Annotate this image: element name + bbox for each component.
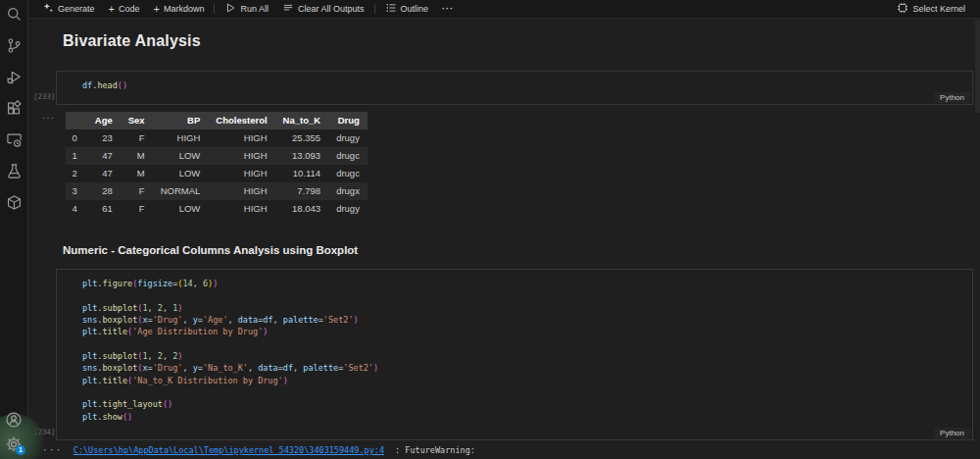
- cell-language-badge[interactable]: Python: [934, 428, 970, 438]
- table-cell: drugc: [328, 147, 368, 165]
- code-token: 'Set2': [343, 363, 373, 373]
- code-token: df: [283, 363, 293, 373]
- run-all-button[interactable]: Run All: [218, 0, 275, 18]
- add-markdown-cell-button[interactable]: + Markdown: [146, 0, 211, 18]
- table-cell: 2: [66, 165, 87, 182]
- table-cell: drugc: [328, 165, 368, 182]
- table-header-cell: Drug: [328, 112, 368, 129]
- code-token: show: [102, 412, 122, 422]
- table-cell: 18.043: [275, 200, 329, 218]
- table-cell: drugy: [328, 129, 368, 147]
- code-line: df.head(): [82, 79, 964, 91]
- table-cell: HIGH: [153, 129, 209, 147]
- table-row: 147MLOWHIGH13.093drugc: [66, 147, 368, 165]
- table-row: 247MLOWHIGH10.114drugc: [66, 165, 368, 182]
- account-icon[interactable]: [5, 411, 23, 429]
- clear-all-label: Clear All Outputs: [298, 4, 365, 14]
- code-token: title: [102, 376, 127, 385]
- markdown-heading-bivariate: Bivariate Analysis: [63, 32, 980, 50]
- table-cell: 47: [87, 147, 121, 165]
- table-row: 328FNORMALHIGH7.798drugx: [66, 182, 368, 200]
- table-header-cell: Age: [87, 112, 121, 129]
- clear-all-outputs-button[interactable]: Clear All Outputs: [275, 0, 371, 18]
- code-token: ,: [273, 315, 283, 325]
- cell-2-output: ··· C:\Users\hp\AppData\Local\Temp\ipyke…: [42, 444, 980, 455]
- run-debug-icon[interactable]: [5, 68, 23, 85]
- code-token: palette: [303, 363, 338, 373]
- table-cell: drugy: [328, 200, 368, 218]
- code-token: df: [263, 315, 272, 325]
- source-control-icon[interactable]: [5, 36, 23, 54]
- output-menu-icon[interactable]: ···: [42, 112, 56, 123]
- code-label: Code: [119, 4, 140, 14]
- table-cell: 13.093: [275, 147, 329, 165]
- code-token: 'Set2': [323, 315, 354, 325]
- settings-gear-icon[interactable]: 1: [5, 435, 23, 453]
- run-all-label: Run All: [240, 4, 269, 14]
- code-token: df: [82, 80, 92, 90]
- code-line: plt.subplot(1, 2, 2): [82, 350, 964, 362]
- code-token: plt: [82, 412, 97, 422]
- table-cell: LOW: [153, 200, 209, 218]
- warning-text: : FutureWarning:: [395, 445, 475, 455]
- table-cell: F: [121, 200, 153, 218]
- remote-explorer-icon[interactable]: [5, 130, 23, 148]
- code-editor-2[interactable]: plt.figure(figsize=(14, 6)) plt.subplot(…: [57, 270, 972, 439]
- code-cell-1[interactable]: df.head() Python [233]: [56, 71, 973, 105]
- code-token: ,: [148, 303, 158, 313]
- table-row: 461FLOWHIGH18.043drugy: [66, 200, 368, 218]
- package-cube-icon[interactable]: [5, 193, 23, 211]
- code-line: plt.title('Na_to_K Distribution by Drug'…: [82, 375, 964, 386]
- search-icon[interactable]: [5, 5, 23, 23]
- code-token: ,: [293, 363, 303, 373]
- generate-button[interactable]: Generate: [35, 0, 102, 18]
- code-line: sns.boxplot(x='Drug', y='Age', data=df, …: [82, 314, 964, 326]
- toolbar-more-button[interactable]: ···: [435, 0, 461, 18]
- markdown-heading-boxplot: Numeric - Categorical Columns Analysis u…: [63, 244, 980, 256]
- table-cell: HIGH: [208, 182, 274, 200]
- code-editor-1[interactable]: df.head(): [57, 72, 972, 104]
- testing-beaker-icon[interactable]: [5, 162, 23, 179]
- activity-bar: 1: [0, 0, 28, 459]
- code-token: sns: [82, 363, 97, 373]
- extensions-icon[interactable]: [5, 99, 23, 117]
- plus-icon: +: [109, 4, 115, 15]
- table-header-cell: [66, 112, 87, 129]
- toolbar-separator: [374, 4, 375, 14]
- table-cell: 1: [66, 147, 87, 165]
- code-token: plt: [82, 303, 97, 313]
- outline-button[interactable]: Outline: [378, 0, 436, 18]
- table-cell: 28: [87, 182, 121, 200]
- add-code-cell-button[interactable]: + Code: [102, 0, 147, 18]
- warning-file-link[interactable]: C:\Users\hp\AppData\Local\Temp\ipykernel…: [74, 445, 384, 455]
- code-token: ): [177, 351, 182, 361]
- code-token: 'Age': [203, 315, 228, 325]
- code-token: tight_layout: [102, 399, 162, 409]
- code-line: [82, 386, 964, 398]
- sparkle-icon: [42, 2, 54, 16]
- code-token: ,: [248, 363, 258, 373]
- code-token: 'Drug': [153, 315, 183, 325]
- code-token: ): [283, 376, 288, 385]
- table-cell: M: [121, 147, 153, 165]
- code-cell-2[interactable]: plt.figure(figsize=(14, 6)) plt.subplot(…: [56, 269, 973, 440]
- cell-language-badge[interactable]: Python: [934, 92, 970, 103]
- code-token: ,: [182, 315, 192, 325]
- table-cell: HIGH: [208, 165, 274, 182]
- output-menu-icon[interactable]: ···: [42, 444, 63, 455]
- code-token: (): [163, 399, 172, 409]
- editor-scrollbar[interactable]: [975, 20, 980, 113]
- table-header-cell: BP: [153, 112, 209, 129]
- select-kernel-button[interactable]: Select Kernel: [890, 2, 972, 16]
- code-token: (): [118, 80, 127, 90]
- execution-count-1: [233]: [33, 92, 55, 101]
- outline-label: Outline: [401, 4, 429, 14]
- code-line: plt.show(): [82, 411, 964, 423]
- table-header-cell: Na_to_K: [275, 112, 329, 129]
- table-cell: 47: [87, 165, 121, 182]
- dataframe-table: AgeSexBPCholesterolNa_to_KDrug023FHIGHHI…: [66, 112, 368, 218]
- table-cell: HIGH: [208, 200, 274, 218]
- table-cell: 61: [87, 200, 121, 218]
- kernel-icon: [897, 2, 908, 16]
- code-token: ,: [228, 315, 238, 325]
